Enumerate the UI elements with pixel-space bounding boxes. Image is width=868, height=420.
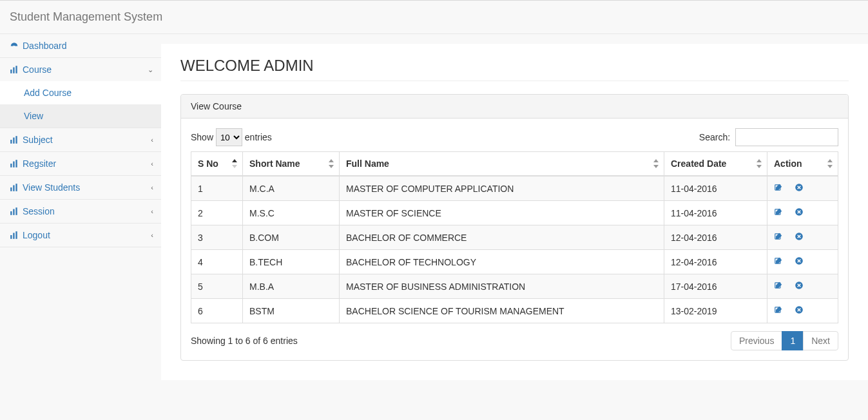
cell-action [767, 176, 838, 201]
sidebar: Dashboard Course ⌄ Add Course View [0, 34, 161, 380]
svg-rect-10 [15, 160, 17, 167]
cell-created-date: 12-04-2016 [664, 225, 767, 250]
cell-action [767, 274, 838, 299]
sidebar-label: Subject [23, 135, 53, 145]
sidebar-sub-add-course[interactable]: Add Course [0, 81, 161, 104]
search-control: Search: [699, 128, 838, 146]
col-short-name[interactable]: Short Name [243, 152, 340, 177]
col-created-date[interactable]: Created Date [664, 152, 767, 177]
pagination-previous[interactable]: Previous [731, 331, 782, 350]
sort-icon [757, 159, 763, 168]
svg-rect-17 [10, 235, 12, 239]
svg-rect-5 [10, 140, 12, 144]
sort-icon [329, 159, 335, 168]
search-input[interactable] [735, 128, 838, 146]
col-action[interactable]: Action [767, 152, 838, 177]
sidebar-item-register[interactable]: Regsiter ‹ [0, 152, 161, 175]
panel-heading: View Course [181, 95, 848, 119]
sidebar-label: Logout [23, 230, 50, 240]
show-label: Show [191, 132, 213, 142]
bar-chart-icon [10, 207, 19, 216]
cell-sno: 3 [191, 225, 243, 250]
bar-chart-icon [10, 135, 19, 144]
navbar: Student Management System [0, 0, 868, 34]
pagination-page-1[interactable]: 1 [782, 331, 804, 350]
table-row: 2M.S.CMASTER OF SCIENCE11-04-2016 [191, 201, 838, 225]
pagination-next[interactable]: Next [803, 331, 838, 350]
sidebar-item-logout[interactable]: Logout ‹ [0, 224, 161, 247]
cell-action [767, 201, 838, 225]
cell-short-name: M.S.C [243, 201, 340, 225]
svg-rect-8 [10, 164, 12, 167]
sidebar-item-dashboard[interactable]: Dashboard [0, 34, 161, 57]
edit-icon [774, 305, 783, 314]
bar-chart-icon [10, 231, 19, 240]
delete-button[interactable] [795, 232, 804, 241]
edit-button[interactable] [774, 256, 783, 265]
cell-action [767, 250, 838, 274]
delete-button[interactable] [795, 207, 804, 216]
svg-rect-14 [10, 211, 12, 215]
edit-button[interactable] [774, 183, 783, 192]
chevron-left-icon: ‹ [151, 136, 153, 144]
sidebar-item-view-students[interactable]: View Students ‹ [0, 176, 161, 199]
bar-chart-icon [10, 183, 19, 192]
svg-rect-13 [15, 184, 17, 191]
cell-full-name: BACHELOR SCIENCE OF TOURISM MANAGEMENT [340, 299, 664, 323]
cell-full-name: BACHELOR OF TECHNOLOGY [340, 250, 664, 274]
table-row: 3B.COMBACHELOR OF COMMERCE12-04-2016 [191, 225, 838, 250]
svg-rect-2 [10, 70, 12, 73]
edit-icon [774, 256, 783, 265]
sidebar-sub-view[interactable]: View [0, 104, 161, 128]
bar-chart-icon [10, 159, 19, 168]
cell-short-name: M.C.A [243, 176, 340, 201]
edit-icon [774, 183, 783, 192]
length-select[interactable]: 10 [216, 128, 242, 146]
main-content: WELCOME ADMIN View Course Show 10 entrie… [161, 44, 868, 380]
delete-button[interactable] [795, 305, 804, 314]
delete-button[interactable] [795, 183, 804, 192]
edit-button[interactable] [774, 281, 783, 290]
brand-link[interactable]: Student Management System [10, 10, 162, 23]
times-circle-icon [795, 232, 804, 241]
edit-button[interactable] [774, 207, 783, 216]
sidebar-label: Regsiter [23, 158, 56, 169]
bar-chart-icon [10, 65, 19, 74]
svg-rect-9 [13, 162, 14, 167]
svg-rect-4 [15, 66, 17, 73]
cell-full-name: MASTER OF BUSINESS ADMINISTRATION [340, 274, 664, 299]
svg-rect-7 [15, 136, 17, 144]
entries-label: entries [245, 132, 272, 142]
svg-rect-18 [13, 233, 14, 239]
sidebar-label: Session [23, 206, 55, 216]
sidebar-item-course[interactable]: Course ⌄ [0, 58, 161, 81]
svg-rect-12 [13, 186, 14, 191]
dashboard-icon [10, 41, 19, 50]
chevron-left-icon: ‹ [151, 207, 153, 215]
col-full-name[interactable]: Full Name [340, 152, 664, 177]
cell-short-name: BSTM [243, 299, 340, 323]
cell-sno: 4 [191, 250, 243, 274]
table-row: 4B.TECHBACHELOR OF TECHNOLOGY12-04-2016 [191, 250, 838, 274]
cell-sno: 1 [191, 176, 243, 201]
chevron-left-icon: ‹ [151, 231, 153, 239]
table-row: 5M.B.AMASTER OF BUSINESS ADMINISTRATION1… [191, 274, 838, 299]
times-circle-icon [795, 305, 804, 314]
delete-button[interactable] [795, 256, 804, 265]
delete-button[interactable] [795, 281, 804, 290]
panel-view-course: View Course Show 10 entries Search: [180, 94, 849, 361]
sidebar-item-session[interactable]: Session ‹ [0, 200, 161, 223]
page-title: WELCOME ADMIN [180, 57, 849, 81]
svg-rect-16 [15, 207, 17, 215]
cell-created-date: 12-04-2016 [664, 250, 767, 274]
cell-short-name: B.TECH [243, 250, 340, 274]
chevron-left-icon: ‹ [151, 184, 153, 191]
col-sno[interactable]: S No [191, 152, 243, 177]
edit-button[interactable] [774, 305, 783, 314]
sidebar-label: Dashboard [23, 41, 67, 51]
table-row: 1M.C.AMASTER OF COMPUTER APPLICATION11-0… [191, 176, 838, 201]
sidebar-label: View Students [23, 182, 80, 193]
sidebar-label: Course [23, 64, 52, 75]
edit-button[interactable] [774, 232, 783, 241]
sidebar-item-subject[interactable]: Subject ‹ [0, 128, 161, 151]
